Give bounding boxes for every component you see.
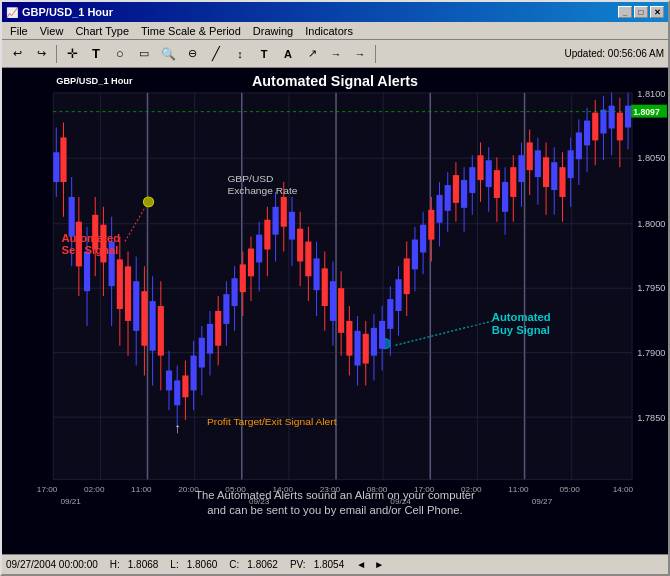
svg-rect-172 — [617, 113, 623, 141]
svg-text:17:00: 17:00 — [414, 486, 435, 495]
zoom-in-tool[interactable]: 🔍 — [157, 43, 179, 65]
svg-rect-52 — [133, 281, 139, 331]
menu-file[interactable]: File — [4, 24, 34, 38]
arrow-right2[interactable]: → — [349, 43, 371, 65]
menu-view[interactable]: View — [34, 24, 70, 38]
menu-chart-type[interactable]: Chart Type — [69, 24, 135, 38]
svg-rect-111 — [371, 328, 377, 356]
svg-rect-67 — [191, 356, 197, 391]
svg-rect-124 — [420, 225, 426, 253]
svg-text:09/23: 09/23 — [249, 498, 270, 507]
svg-rect-140 — [486, 160, 492, 187]
menu-bar: File View Chart Type Time Scale & Period… — [2, 22, 668, 40]
svg-text:09/24: 09/24 — [390, 498, 411, 507]
chart-container: 1.8100 1.8050 1.8000 1.7950 1.7900 1.785… — [2, 68, 668, 554]
menu-time-scale[interactable]: Time Scale & Period — [135, 24, 247, 38]
updated-time: Updated: 00:56:06 AM — [564, 48, 664, 59]
status-pv-value: 1.8054 — [314, 559, 345, 570]
svg-rect-132 — [453, 175, 459, 203]
svg-rect-83 — [256, 235, 262, 263]
svg-rect-148 — [518, 155, 524, 182]
svg-rect-75 — [223, 294, 229, 324]
svg-rect-33 — [60, 137, 66, 182]
svg-text:05:00: 05:00 — [225, 486, 246, 495]
svg-rect-156 — [551, 162, 557, 190]
svg-rect-128 — [436, 195, 442, 223]
svg-text:05:00: 05:00 — [559, 486, 580, 495]
svg-rect-58 — [158, 306, 164, 356]
status-arrow-left[interactable]: ◄ — [356, 559, 366, 570]
svg-text:GBP/USD: GBP/USD — [227, 173, 273, 184]
window-title: GBP/USD_1 Hour — [22, 6, 113, 18]
svg-text:1.8100: 1.8100 — [637, 89, 665, 99]
status-pv-label: PV: — [290, 559, 306, 570]
svg-text:1.7850: 1.7850 — [637, 413, 665, 423]
status-high-label: H: — [110, 559, 120, 570]
close-button[interactable]: ✕ — [650, 6, 664, 18]
svg-rect-101 — [330, 281, 336, 321]
status-arrow-right[interactable]: ► — [374, 559, 384, 570]
zoom-out-tool[interactable]: ⊖ — [181, 43, 203, 65]
text-tool[interactable]: T — [85, 43, 107, 65]
undo-button[interactable]: ↩ — [6, 43, 28, 65]
svg-text:Automated: Automated — [61, 232, 120, 244]
svg-text:Profit Target/Exit Signal Aler: Profit Target/Exit Signal Alert — [207, 416, 337, 427]
toolbar: ↩ ↪ ✛ T ○ ▭ 🔍 ⊖ ╱ ↕ T A ↗ → → Updated: 0… — [2, 40, 668, 68]
svg-rect-87 — [272, 207, 278, 235]
svg-rect-154 — [543, 157, 549, 187]
svg-rect-50 — [125, 266, 131, 321]
svg-rect-150 — [527, 142, 533, 170]
svg-rect-35 — [69, 197, 75, 237]
svg-rect-138 — [477, 155, 483, 180]
cursor-tool[interactable]: ✛ — [61, 43, 83, 65]
line-tool[interactable]: ╱ — [205, 43, 227, 65]
svg-rect-162 — [576, 132, 582, 159]
svg-text:↑: ↑ — [174, 420, 181, 436]
status-low-value: 1.8060 — [187, 559, 218, 570]
svg-rect-71 — [207, 324, 213, 354]
svg-text:09/27: 09/27 — [532, 498, 553, 507]
svg-rect-103 — [338, 288, 344, 333]
svg-text:Buy Signal: Buy Signal — [492, 324, 550, 336]
svg-text:23:00: 23:00 — [320, 486, 341, 495]
svg-rect-136 — [469, 167, 475, 193]
svg-rect-43 — [100, 225, 106, 263]
maximize-button[interactable]: □ — [634, 6, 648, 18]
svg-text:1.7950: 1.7950 — [637, 283, 665, 293]
svg-rect-170 — [609, 106, 615, 129]
svg-text:14:00: 14:00 — [273, 486, 294, 495]
svg-rect-99 — [322, 268, 328, 306]
svg-rect-48 — [117, 259, 123, 309]
svg-rect-31 — [53, 152, 59, 182]
svg-text:Automated Signal Alerts: Automated Signal Alerts — [252, 73, 418, 89]
status-low-label: L: — [170, 559, 178, 570]
measure-tool[interactable]: ↕ — [229, 43, 251, 65]
bold-tool[interactable]: A — [277, 43, 299, 65]
svg-text:20:00: 20:00 — [178, 486, 199, 495]
circle-tool[interactable]: ○ — [109, 43, 131, 65]
svg-text:1.8000: 1.8000 — [637, 219, 665, 229]
menu-indicators[interactable]: Indicators — [299, 24, 359, 38]
redo-button[interactable]: ↪ — [30, 43, 52, 65]
svg-rect-1 — [53, 93, 632, 480]
svg-text:17:00: 17:00 — [37, 486, 58, 495]
status-close-value: 1.8062 — [247, 559, 278, 570]
svg-rect-114 — [379, 321, 385, 349]
svg-rect-164 — [584, 121, 590, 146]
svg-rect-54 — [141, 291, 147, 346]
svg-rect-146 — [510, 167, 516, 197]
svg-rect-81 — [248, 249, 254, 277]
svg-rect-85 — [264, 220, 270, 250]
minimize-button[interactable]: _ — [618, 6, 632, 18]
status-datetime: 09/27/2004 00:00:00 — [6, 559, 98, 570]
menu-drawing[interactable]: Drawing — [247, 24, 299, 38]
svg-rect-89 — [281, 197, 287, 227]
svg-text:11:00: 11:00 — [508, 486, 529, 495]
arrow-right1[interactable]: → — [325, 43, 347, 65]
arrow-tool[interactable]: ↗ — [301, 43, 323, 65]
rect-tool[interactable]: ▭ — [133, 43, 155, 65]
toolbar-sep-2 — [375, 45, 376, 63]
text2-tool[interactable]: T — [253, 43, 275, 65]
svg-rect-122 — [412, 240, 418, 270]
svg-rect-109 — [363, 334, 369, 364]
